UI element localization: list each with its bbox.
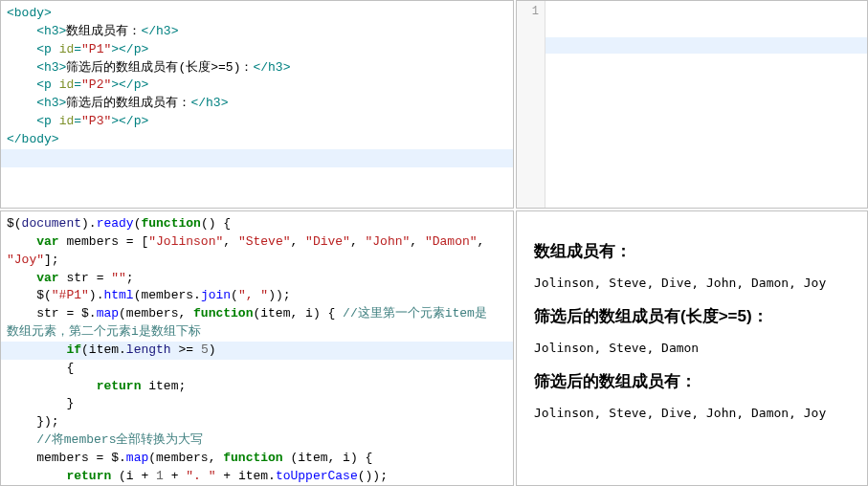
output-heading: 筛选后的数组成员有(长度>=5)： (534, 305, 850, 327)
output-heading: 筛选后的数组成员有： (534, 370, 850, 392)
output-pane: 数组成员有：Jolinson, Steve, Dive, John, Damon… (516, 210, 868, 486)
html-code-area[interactable]: <body> <h3>数组成员有：</h3> <p id="P1"></p> <… (1, 1, 513, 171)
output-paragraph: Jolinson, Steve, Damon (534, 341, 850, 355)
line-gutter: 1 (517, 1, 545, 208)
js-editor-pane[interactable]: $(document).ready(function() { var membe… (0, 210, 514, 486)
js-code-area[interactable]: $(document).ready(function() { var membe… (1, 211, 513, 486)
output-body: 数组成员有：Jolinson, Steve, Dive, John, Damon… (534, 240, 850, 420)
editor-layout: <body> <h3>数组成员有：</h3> <p id="P1"></p> <… (0, 0, 868, 486)
line-number: 1 (532, 5, 539, 18)
html-editor-pane[interactable]: <body> <h3>数组成员有：</h3> <p id="P1"></p> <… (0, 0, 514, 209)
output-paragraph: Jolinson, Steve, Dive, John, Damon, Joy (534, 406, 850, 420)
css-editor-pane[interactable]: 1 (516, 0, 868, 209)
output-heading: 数组成员有： (534, 240, 850, 262)
active-line (517, 37, 867, 54)
css-code-area[interactable] (517, 1, 867, 93)
output-paragraph: Jolinson, Steve, Dive, John, Damon, Joy (534, 276, 850, 290)
